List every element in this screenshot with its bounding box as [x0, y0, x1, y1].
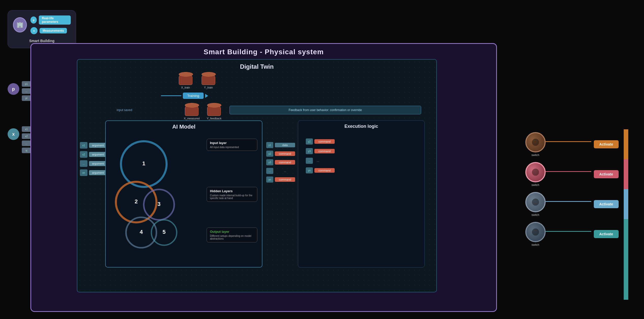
input-saved-text: input saved — [117, 108, 132, 112]
switch-1-container: switch — [525, 132, 546, 156]
param-label-reallife: Real-life parameters — [39, 15, 71, 25]
out-label-y1: data — [275, 143, 295, 147]
xmeasured-label: X_measured — [184, 117, 200, 120]
sidebar-building-label: Smart Building — [13, 39, 71, 43]
exec-dots2: ... — [314, 158, 322, 163]
vbar-orange — [624, 129, 628, 159]
output-row-dots: ... ... — [266, 168, 295, 174]
switch-row-4: switch Activate — [525, 219, 619, 249]
output-layer-info: Output layer Different setups depending … — [207, 227, 257, 242]
switch-row-3: switch Activate — [525, 189, 619, 219]
ytrain-cylinder — [202, 74, 215, 85]
switch-4-container: switch — [525, 222, 546, 246]
out-label-yn: command — [275, 177, 295, 182]
x1-id: x1 — [22, 126, 31, 132]
switch-knob-1[interactable] — [525, 132, 546, 152]
exec-id-y2: y2 — [306, 138, 313, 145]
param-row-x: x Measurements — [30, 27, 71, 34]
x-group-circle: x — [8, 128, 19, 140]
switch-connector-1 — [546, 141, 591, 142]
activate-btn-4[interactable]: Activate — [594, 230, 619, 238]
xtrain-db: X_train — [179, 74, 192, 89]
svg-text:2: 2 — [135, 198, 138, 205]
hidden-layers-desc: Custom made internal build-up for the sp… — [210, 194, 254, 200]
input-layer-info: Input layer All input data represented — [207, 139, 257, 151]
ytrain-label: Y_train — [204, 86, 213, 89]
xtrain-label: X_train — [181, 86, 190, 89]
feedback-bar: Feedback from user behavior: confirmatio… — [229, 106, 421, 114]
xj-id: xj — [22, 148, 31, 153]
arguments-list: x1 argument x2 argument ... argument xn … — [80, 142, 109, 176]
switch-inner-4 — [532, 228, 539, 236]
activate-btn-2[interactable]: Activate — [594, 170, 619, 178]
yfeedback-label: Y_feedback — [207, 117, 221, 120]
svg-text:5: 5 — [163, 229, 166, 235]
nn-visualization: 1 2 3 4 5 — [111, 134, 192, 255]
switch-connector-4 — [546, 231, 591, 232]
top-dbs: X_train Y_train — [179, 74, 215, 89]
teal-extension — [624, 249, 628, 300]
out-id-y2: y2 — [266, 151, 273, 157]
switch-inner-3 — [532, 199, 539, 206]
param-row-p: p Real-life parameters — [30, 15, 71, 25]
switch-label-2: switch — [531, 183, 539, 186]
exec-id-yn2: yn — [306, 167, 313, 173]
switch-inner-2 — [532, 169, 539, 176]
arg-id-x2: x2 — [80, 151, 87, 158]
activate-btn-1[interactable]: Activate — [594, 140, 619, 148]
xtrain-cylinder — [179, 74, 192, 85]
output-list: y1 data y2 command y3 command ... ... yn… — [266, 142, 295, 183]
pl-id: pl — [22, 95, 31, 101]
switches-panel: switch Activate switch Activate switch A… — [525, 129, 619, 249]
exec-row-y3: y3 command — [306, 148, 335, 154]
hidden-layers-title: Hidden Layers — [210, 189, 254, 193]
x2-id: x2 — [22, 133, 31, 139]
sidebar-top: 🏢 p Real-life parameters x Measurements — [13, 15, 71, 34]
vertical-bar — [624, 129, 628, 249]
vbar-pink — [624, 159, 628, 189]
switch-knob-4[interactable] — [525, 222, 546, 242]
out-label-y3: command — [275, 160, 295, 165]
dots-id: ... — [22, 88, 31, 94]
training-label: Training — [183, 93, 204, 99]
switch-connector-3 — [546, 201, 591, 202]
execution-logic-title: Execution logic — [298, 121, 424, 132]
switch-knob-3[interactable] — [525, 192, 546, 212]
param-circle-x: x — [30, 27, 38, 34]
output-row-y2: y2 command — [266, 151, 295, 157]
output-row-yn: yn command — [266, 176, 295, 183]
exec-cmd-y2: command — [314, 139, 335, 144]
switch-2-container: switch — [525, 162, 546, 186]
switch-connector-2 — [546, 171, 591, 172]
svg-text:3: 3 — [157, 201, 160, 207]
arg-row-dots: ... argument — [80, 160, 109, 167]
switch-label-3: switch — [531, 213, 539, 216]
svg-text:4: 4 — [140, 229, 143, 235]
ai-model-box: AI Model 1 2 3 4 5 Input layer — [105, 120, 262, 268]
arg-row-x1: x1 argument — [80, 142, 109, 149]
output-layer-desc: Different setups depending on model abst… — [210, 235, 254, 240]
arg-row-xn: xn argument — [80, 169, 109, 176]
arg-id-dots: ... — [80, 160, 87, 167]
exec-row-y2: y2 command — [306, 138, 335, 145]
vbar-blue — [624, 189, 628, 219]
arg-id-x1: x1 — [80, 142, 87, 149]
exec-cmd-y3: command — [314, 149, 335, 153]
arg-row-x2: x2 argument — [80, 151, 109, 158]
exec-id-y3: y3 — [306, 148, 313, 154]
input-layer-title: Input layer — [210, 141, 254, 145]
output-layer-title: Output layer — [210, 230, 254, 234]
xmeasured-cylinder — [185, 105, 199, 116]
yfeedback-db: Y_feedback — [207, 105, 221, 120]
main-title: Smart Building - Physical system — [31, 44, 496, 59]
switch-row-2: switch Activate — [525, 159, 619, 189]
activate-btn-3[interactable]: Activate — [594, 200, 619, 208]
mid-dbs: X_measured Y_feedback — [184, 105, 221, 120]
switch-inner-1 — [532, 139, 539, 146]
exec-row-dots2: ... ... — [306, 158, 335, 164]
arg-id-xn: xn — [80, 169, 87, 176]
input-layer-desc: All input data represented — [210, 146, 254, 149]
switch-knob-2[interactable] — [525, 162, 546, 182]
execution-logic-box: Execution logic y2 command y3 command ..… — [298, 120, 425, 268]
out-id-y3: y3 — [266, 159, 273, 165]
